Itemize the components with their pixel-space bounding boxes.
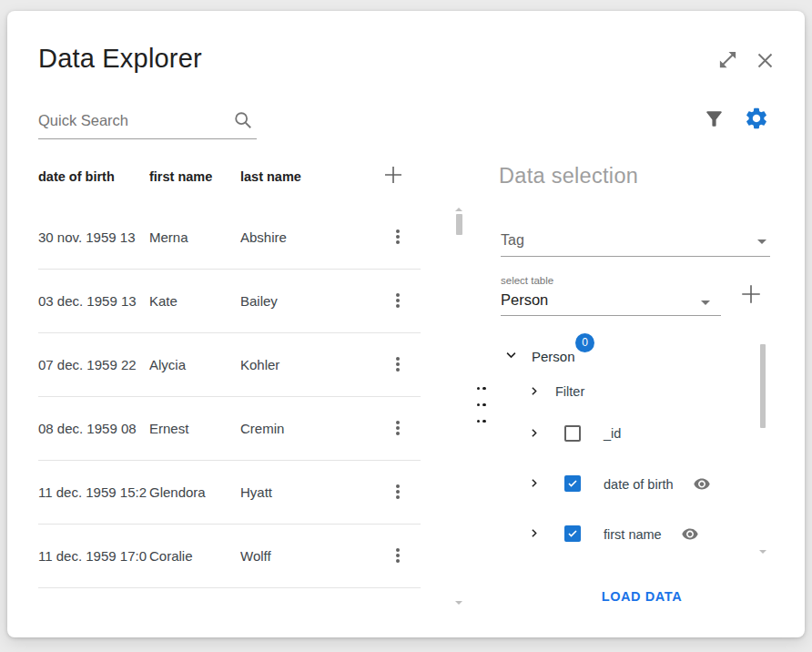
cell-last-name: Bailey (240, 293, 350, 309)
column-header-last-name[interactable]: last name (240, 169, 301, 184)
table-select-value: Person (501, 291, 548, 309)
row-menu-icon[interactable] (390, 546, 406, 565)
field-checkbox[interactable] (564, 475, 581, 492)
cell-first-name: Merna (149, 229, 237, 245)
row-menu-icon[interactable] (390, 291, 406, 310)
cell-last-name: Kohler (240, 357, 350, 372)
tree-scrollbar-down-arrow[interactable] (759, 550, 766, 554)
cell-date: 30 nov. 1959 13 (38, 229, 147, 245)
chevron-right-icon[interactable] (528, 426, 540, 443)
table-row[interactable]: 30 nov. 1959 13 Merna Abshire (38, 206, 421, 270)
quick-search-field (38, 105, 257, 139)
tree-node-label: first name (604, 527, 662, 542)
column-header-first-name[interactable]: first name (149, 169, 212, 184)
expand-button[interactable] (717, 49, 738, 70)
tag-select-label: Tag (501, 232, 524, 249)
cell-last-name: Wolff (240, 548, 350, 564)
cell-first-name: Coralie (149, 548, 237, 564)
chevron-down-icon (757, 239, 766, 244)
eye-icon[interactable] (680, 525, 700, 546)
tree-node-label: Person (532, 349, 575, 364)
cell-last-name: Abshire (240, 229, 350, 245)
tree-node-date-of-birth[interactable]: date of birth (528, 476, 765, 494)
results-table: 30 nov. 1959 13 Merna Abshire 03 dec. 19… (38, 206, 421, 588)
open-in-full-icon (717, 59, 738, 73)
search-input[interactable] (38, 105, 226, 136)
tree-node-person[interactable]: Person 0 (504, 348, 518, 365)
cell-date: 08 dec. 1959 08 (38, 421, 147, 436)
scrollbar-thumb[interactable] (456, 214, 462, 235)
table-row[interactable]: 07 dec. 1959 22 Alycia Kohler (38, 333, 421, 397)
row-menu-icon[interactable] (390, 355, 406, 373)
gear-icon (744, 120, 769, 134)
count-badge: 0 (575, 333, 594, 352)
tree-node-filter[interactable]: Filter (528, 384, 540, 401)
table-row[interactable]: 11 dec. 1959 17:0 Coralie Wolff (38, 525, 421, 588)
select-table-label: select table (501, 275, 553, 286)
tree-scrollbar-thumb[interactable] (760, 344, 766, 428)
tree-node-label: Filter (555, 384, 584, 399)
eye-icon[interactable] (692, 475, 712, 496)
cell-last-name: Cremin (240, 421, 350, 436)
row-menu-icon[interactable] (390, 228, 406, 246)
row-menu-icon[interactable] (390, 483, 406, 501)
scrollbar-up-arrow[interactable] (455, 208, 462, 211)
load-data-button[interactable]: LOAD DATA (571, 583, 713, 610)
close-icon (756, 59, 775, 73)
filter-button[interactable] (703, 107, 726, 130)
tree-node-id[interactable]: _id (528, 426, 765, 444)
cell-date: 07 dec. 1959 22 (38, 357, 147, 372)
add-column-button[interactable] (382, 164, 404, 186)
cell-first-name: Kate (149, 293, 237, 309)
cell-date: 11 dec. 1959 15:2 (38, 484, 147, 500)
filter-icon (703, 119, 726, 133)
column-header-date-of-birth[interactable]: date of birth (38, 169, 115, 184)
chevron-right-icon[interactable] (528, 476, 540, 493)
chevron-down-icon (701, 301, 710, 305)
table-row[interactable]: 11 dec. 1959 15:2 Glendora Hyatt (38, 461, 421, 525)
chevron-right-icon[interactable] (528, 526, 540, 543)
table-select[interactable]: Person (501, 288, 721, 316)
drag-handle-icon[interactable] (475, 379, 490, 395)
chevron-down-icon[interactable] (504, 348, 518, 365)
cell-first-name: Ernest (149, 421, 237, 436)
field-checkbox[interactable] (564, 425, 581, 442)
table-row[interactable]: 08 dec. 1959 08 Ernest Cremin (38, 397, 421, 461)
data-explorer-dialog: Data Explorer date of birth first name l… (7, 11, 805, 637)
field-checkbox[interactable] (564, 525, 581, 542)
close-button[interactable] (756, 51, 775, 70)
chevron-right-icon[interactable] (528, 384, 540, 401)
panel-title: Data selection (499, 164, 638, 188)
settings-button[interactable] (744, 106, 769, 131)
scrollbar-down-arrow[interactable] (455, 601, 462, 605)
tag-select[interactable]: Tag (501, 228, 770, 257)
table-row[interactable]: 03 dec. 1959 13 Kate Bailey (38, 270, 421, 333)
tree-node-label: _id (604, 426, 621, 441)
row-menu-icon[interactable] (390, 419, 406, 437)
search-icon (233, 110, 253, 134)
tree-node-first-name[interactable]: first name (528, 526, 765, 545)
tree-node-label: date of birth (604, 477, 674, 492)
cell-first-name: Alycia (149, 357, 237, 372)
plus-icon (382, 175, 404, 188)
cell-date: 11 dec. 1959 17:0 (38, 548, 147, 564)
cell-last-name: Hyatt (240, 484, 350, 500)
cell-date: 03 dec. 1959 13 (38, 293, 147, 309)
page-title: Data Explorer (38, 44, 202, 74)
add-table-button[interactable] (739, 282, 763, 306)
plus-icon (739, 295, 763, 309)
cell-first-name: Glendora (149, 484, 237, 500)
